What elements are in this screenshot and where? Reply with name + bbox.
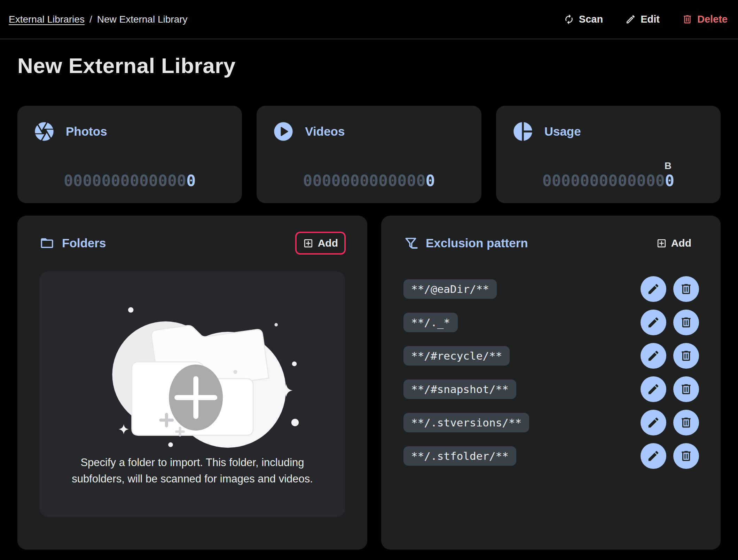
delete-pattern-button[interactable] (673, 310, 699, 335)
pattern-row: **/@eaDir/** (403, 276, 699, 302)
folders-empty-state: Specify a folder to import. This folder,… (40, 271, 345, 517)
play-circle-icon (272, 120, 295, 143)
stat-count: 0 (665, 171, 674, 190)
pattern-list: **/@eaDir/** **/._* **/#recycle/** (381, 255, 721, 469)
header-actions: Scan Edit Delete (564, 14, 728, 25)
breadcrumb: External Libraries / New External Librar… (9, 14, 188, 25)
scan-button[interactable]: Scan (564, 14, 603, 25)
trash-icon (680, 349, 693, 362)
pattern-chip: **/#recycle/** (403, 346, 510, 366)
breadcrumb-parent-link[interactable]: External Libraries (9, 14, 85, 25)
pattern-chip: **/@eaDir/** (403, 279, 497, 299)
pattern-row: **/.stfolder/** (403, 443, 699, 469)
stat-zeros: 0000000000000 (542, 171, 665, 190)
trash-icon (682, 14, 693, 25)
scan-button-label: Scan (579, 14, 603, 25)
delete-pattern-button[interactable] (673, 410, 699, 435)
add-folder-button[interactable]: Add (295, 232, 346, 255)
edit-button[interactable]: Edit (625, 14, 660, 25)
stat-count: 0 (186, 171, 196, 190)
pattern-row: **/#snapshot/** (403, 376, 699, 402)
add-exclusion-pattern-button[interactable]: Add (649, 232, 699, 255)
edit-pattern-button[interactable] (641, 310, 666, 335)
delete-pattern-button[interactable] (673, 343, 699, 369)
delete-pattern-button[interactable] (673, 443, 699, 469)
pencil-icon (647, 383, 660, 396)
stat-count: 0 (426, 171, 435, 190)
pencil-icon (647, 349, 660, 362)
usage-stat-card: Usage B 00000000000000 (496, 106, 721, 203)
folders-title: Folders (62, 236, 106, 250)
pattern-row: **/.stversions/** (403, 410, 699, 435)
empty-state-line2: subfolders, will be scanned for images a… (72, 473, 313, 485)
page-title: New External Library (17, 53, 738, 78)
stat-number: 00000000000000 (542, 172, 674, 190)
empty-folders-illustration (85, 277, 300, 452)
header: External Libraries / New External Librar… (0, 0, 738, 39)
stat-label: Videos (305, 125, 345, 138)
stat-zeros: 0000000000000 (64, 171, 186, 190)
stat-number: 00000000000000 (64, 172, 196, 190)
stat-label: Photos (66, 125, 107, 138)
plus-box-icon (303, 238, 314, 249)
edit-pattern-button[interactable] (641, 443, 666, 469)
pencil-icon (647, 282, 660, 296)
delete-pattern-button[interactable] (673, 276, 699, 302)
breadcrumb-separator: / (89, 14, 92, 25)
aperture-icon (33, 120, 55, 143)
pie-chart-icon (512, 120, 534, 143)
empty-state-text: Specify a folder to import. This folder,… (72, 454, 313, 487)
breadcrumb-current: New External Library (97, 14, 188, 25)
videos-stat-card: Videos 00000000000000 (257, 106, 481, 203)
edit-pattern-button[interactable] (641, 343, 666, 369)
pattern-chip: **/.stversions/** (403, 413, 529, 432)
trash-icon (680, 416, 693, 429)
stat-number: 00000000000000 (303, 172, 435, 190)
empty-state-line1: Specify a folder to import. This folder,… (80, 456, 304, 469)
pencil-icon (647, 449, 660, 463)
pattern-chip: **/.stfolder/** (403, 446, 516, 466)
trash-icon (680, 449, 693, 463)
stats-row: Photos 00000000000000 Videos 00000000000… (17, 106, 721, 203)
folder-icon (40, 236, 54, 250)
stat-unit (303, 160, 435, 172)
delete-button-label: Delete (697, 14, 728, 25)
delete-pattern-button[interactable] (673, 376, 699, 402)
add-exclusion-label: Add (671, 237, 691, 249)
delete-button[interactable]: Delete (682, 14, 728, 25)
pattern-chip: **/#snapshot/** (403, 379, 516, 399)
stat-value: B 00000000000000 (542, 160, 674, 190)
pattern-row: **/#recycle/** (403, 343, 699, 369)
trash-icon (680, 316, 693, 329)
stat-zeros: 0000000000000 (303, 171, 425, 190)
pencil-icon (647, 416, 660, 429)
pencil-icon (625, 14, 636, 25)
edit-button-label: Edit (641, 14, 660, 25)
edit-pattern-button[interactable] (641, 410, 666, 435)
edit-pattern-button[interactable] (641, 276, 666, 302)
stat-value: 00000000000000 (64, 160, 196, 190)
stat-unit (64, 160, 196, 172)
pattern-row: **/._* (403, 310, 699, 335)
exclusion-title: Exclusion pattern (426, 236, 528, 250)
edit-pattern-button[interactable] (641, 376, 666, 402)
plus-box-icon (656, 238, 667, 249)
exclusion-pattern-card: Exclusion pattern Add **/@eaDir/** **/._… (381, 216, 721, 550)
trash-icon (680, 383, 693, 396)
sync-icon (564, 14, 574, 25)
filter-minus-icon (403, 236, 418, 250)
stat-value: 00000000000000 (303, 160, 435, 190)
pattern-chip: **/._* (403, 313, 458, 332)
photos-stat-card: Photos 00000000000000 (17, 106, 242, 203)
folders-card: Folders Add (17, 216, 367, 550)
stat-unit-b: B (542, 160, 674, 172)
stat-label: Usage (544, 125, 581, 138)
panels-row: Folders Add (17, 216, 721, 550)
add-folder-label: Add (318, 237, 338, 249)
pencil-icon (647, 316, 660, 329)
trash-icon (680, 282, 693, 296)
